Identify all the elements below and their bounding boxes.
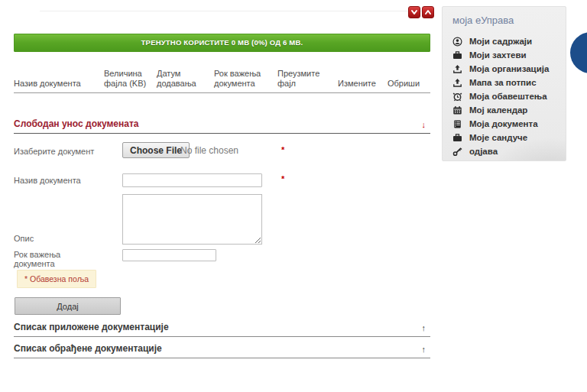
file-status-text: No file chosen xyxy=(180,145,238,156)
sidebar-title: моја еУправа xyxy=(452,15,566,26)
alarm-icon xyxy=(452,92,462,102)
column-header-expiry: Рок важења документа xyxy=(214,69,277,89)
sidebar-item-my-organization[interactable]: Моја организација xyxy=(452,62,566,76)
choose-document-label: Изаберите документ xyxy=(14,147,94,156)
column-header-download: Преузмите фајл xyxy=(277,69,338,89)
upload-icon xyxy=(452,78,462,88)
add-button[interactable]: Додај xyxy=(15,297,121,315)
column-header-date-added: Датум додавања xyxy=(157,69,214,89)
sidebar-item-label: Моја документа xyxy=(469,119,538,128)
expiry-label: Рок важења документа xyxy=(14,250,76,268)
doc-name-label: Назив документа xyxy=(14,176,81,185)
accessibility-widget-button[interactable] xyxy=(570,32,587,73)
sidebar-item-label: Моја организација xyxy=(469,64,549,73)
sidebar-item-signature-map[interactable]: Мапа за потпис xyxy=(452,76,566,89)
logout-icon xyxy=(452,147,462,157)
expand-arrow-icon: ↑ xyxy=(422,323,431,332)
column-header-name: Назив документа xyxy=(14,79,104,89)
section-free-upload[interactable]: Слободан унос докумената ↓ xyxy=(14,115,430,134)
sidebar-item-label: одјава xyxy=(469,147,498,156)
sidebar-item-my-requests[interactable]: Моји захтеви xyxy=(452,48,566,62)
section-attached-title: Списак приложене документације xyxy=(14,322,169,332)
sidebar-item-label: Моји захтеви xyxy=(469,50,527,60)
section-free-upload-title: Слободан унос докумената xyxy=(14,118,139,129)
section-processed-title: Списак обрађене документације xyxy=(14,343,162,354)
section-attached-documents[interactable]: Списак приложене документације ↑ xyxy=(14,319,430,337)
collapse-arrow-icon: ↓ xyxy=(422,120,431,129)
main-content: ТРЕНУТНО КОРИСТИТЕ 0 MB (0%) ОД 6 MB. На… xyxy=(14,0,430,392)
user-icon xyxy=(452,37,462,47)
expand-arrow-icon: ↑ xyxy=(422,345,431,354)
expiry-row: Рок важења документа xyxy=(14,249,430,272)
sidebar-item-label: Моја обавештења xyxy=(469,92,547,101)
inbox-icon xyxy=(452,133,462,143)
description-label: Опис xyxy=(14,234,34,243)
sidebar-item-my-notifications[interactable]: Моја обавештења xyxy=(452,89,566,103)
documents-icon xyxy=(452,119,462,129)
required-marker: * xyxy=(281,174,284,183)
upload-icon xyxy=(452,64,462,74)
calendar-icon xyxy=(452,105,462,115)
sidebar-item-label: Мапа за потпис xyxy=(469,78,537,87)
my-euprava-sidebar: моја еУправа Моји садржаји Моји захтеви … xyxy=(442,6,566,161)
briefcase-icon xyxy=(452,50,462,60)
column-header-delete: Обриши xyxy=(388,79,430,89)
documents-table-header: Назив документа Величина фајла (KB) Дату… xyxy=(14,64,430,93)
sidebar-item-label: Моје сандуче xyxy=(469,133,527,142)
sidebar-item-my-documents[interactable]: Моја документа xyxy=(452,117,566,131)
column-header-edit: Измените xyxy=(338,79,388,89)
sidebar-item-my-content[interactable]: Моји садржаји xyxy=(452,34,566,48)
required-marker: * xyxy=(281,145,284,154)
document-upload-page: { "toolbar": { "icons": { "collapse_down… xyxy=(0,0,587,392)
section-processed-documents[interactable]: Списак обрађене документације ↑ xyxy=(14,341,430,358)
storage-usage-bar: ТРЕНУТНО КОРИСТИТЕ 0 MB (0%) ОД 6 MB. xyxy=(14,34,430,52)
choose-file-button[interactable]: Choose File xyxy=(122,142,190,158)
required-fields-note: * Обавезна поља xyxy=(17,270,96,288)
sidebar-item-label: Моји садржаји xyxy=(469,37,532,46)
doc-name-input[interactable] xyxy=(122,173,262,187)
sidebar-item-label: Мој календар xyxy=(469,105,527,115)
sidebar-item-logout[interactable]: одјава xyxy=(452,144,566,158)
column-header-filesize: Величина фајла (KB) xyxy=(104,69,157,89)
expiry-input[interactable] xyxy=(122,249,216,261)
doc-name-row: Назив документа * xyxy=(14,173,430,190)
description-row: Опис xyxy=(14,194,430,245)
description-textarea[interactable] xyxy=(122,194,262,245)
file-row: Изаберите документ Choose File No file c… xyxy=(14,145,430,164)
sidebar-item-my-calendar[interactable]: Мој календар xyxy=(452,103,566,117)
sidebar-item-my-inbox[interactable]: Моје сандуче xyxy=(452,131,566,144)
